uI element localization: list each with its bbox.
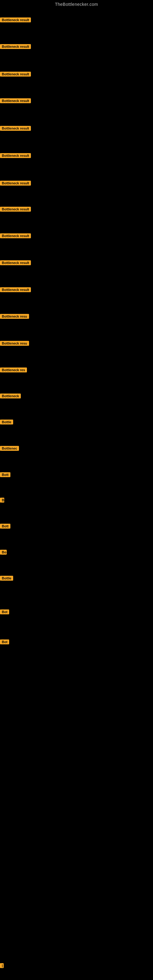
bottleneck-badge-b20: Bott bbox=[0, 524, 10, 528]
bottleneck-badge-b14: Bottleneck res bbox=[0, 368, 27, 372]
bottleneck-badge-b25: | bbox=[0, 963, 4, 968]
badge-row-b4: Bottleneck result bbox=[0, 98, 31, 105]
bottleneck-badge-b4: Bottleneck result bbox=[0, 98, 31, 103]
bottleneck-badge-b8: Bottleneck result bbox=[0, 207, 31, 212]
badge-row-b25: | bbox=[0, 963, 4, 969]
bottleneck-badge-b18: Bott bbox=[0, 472, 10, 477]
badge-row-b22: Bottle bbox=[0, 576, 13, 582]
badge-row-b7: Bottleneck result bbox=[0, 181, 31, 187]
badge-row-b15: Bottleneck bbox=[0, 393, 21, 400]
badge-row-b1: Bottleneck result bbox=[0, 18, 31, 24]
site-title: TheBottlenecker.com bbox=[0, 0, 153, 8]
badge-row-b19: B bbox=[0, 498, 4, 504]
bottleneck-badge-b3: Bottleneck result bbox=[0, 72, 31, 76]
bottleneck-badge-b15: Bottleneck bbox=[0, 393, 21, 398]
bottleneck-badge-b23: Bot bbox=[0, 609, 9, 614]
badge-row-b2: Bottleneck result bbox=[0, 44, 31, 50]
bottleneck-badge-b10: Bottleneck result bbox=[0, 260, 31, 265]
badge-row-b8: Bottleneck result bbox=[0, 207, 31, 213]
bottleneck-badge-b16: Bottle bbox=[0, 420, 13, 425]
bottleneck-badge-b22: Bottle bbox=[0, 576, 13, 581]
badge-row-b13: Bottleneck resu bbox=[0, 341, 29, 347]
bottleneck-badge-b19: B bbox=[0, 498, 4, 503]
bottleneck-badge-b7: Bottleneck result bbox=[0, 181, 31, 186]
badge-row-b20: Bott bbox=[0, 524, 10, 530]
badge-row-b14: Bottleneck res bbox=[0, 368, 27, 374]
bottleneck-badge-b9: Bottleneck result bbox=[0, 233, 31, 238]
bottleneck-badge-b6: Bottleneck result bbox=[0, 153, 31, 158]
badge-row-b24: Bot bbox=[0, 640, 9, 646]
badge-row-b18: Bott bbox=[0, 472, 10, 478]
bottleneck-badge-b2: Bottleneck result bbox=[0, 44, 31, 49]
badge-row-b12: Bottleneck resu bbox=[0, 314, 29, 320]
bottleneck-badge-b24: Bot bbox=[0, 640, 9, 644]
badge-row-b5: Bottleneck result bbox=[0, 126, 31, 132]
badge-row-b9: Bottleneck result bbox=[0, 233, 31, 240]
bottleneck-badge-b13: Bottleneck resu bbox=[0, 341, 29, 346]
badge-row-b23: Bot bbox=[0, 609, 9, 616]
bottleneck-badge-b17: Bottlenec bbox=[0, 446, 19, 451]
badge-row-b16: Bottle bbox=[0, 420, 13, 426]
badge-row-b21: Bo bbox=[0, 550, 7, 556]
bottleneck-badge-b5: Bottleneck result bbox=[0, 126, 31, 131]
badge-row-b10: Bottleneck result bbox=[0, 260, 31, 266]
bottleneck-badge-b11: Bottleneck result bbox=[0, 287, 31, 292]
badge-row-b17: Bottlenec bbox=[0, 446, 19, 452]
bottleneck-badge-b21: Bo bbox=[0, 550, 7, 555]
badge-row-b3: Bottleneck result bbox=[0, 72, 31, 78]
bottleneck-badge-b12: Bottleneck resu bbox=[0, 314, 29, 319]
bottleneck-badge-b1: Bottleneck result bbox=[0, 18, 31, 22]
badge-row-b11: Bottleneck result bbox=[0, 287, 31, 293]
badge-row-b6: Bottleneck result bbox=[0, 153, 31, 159]
